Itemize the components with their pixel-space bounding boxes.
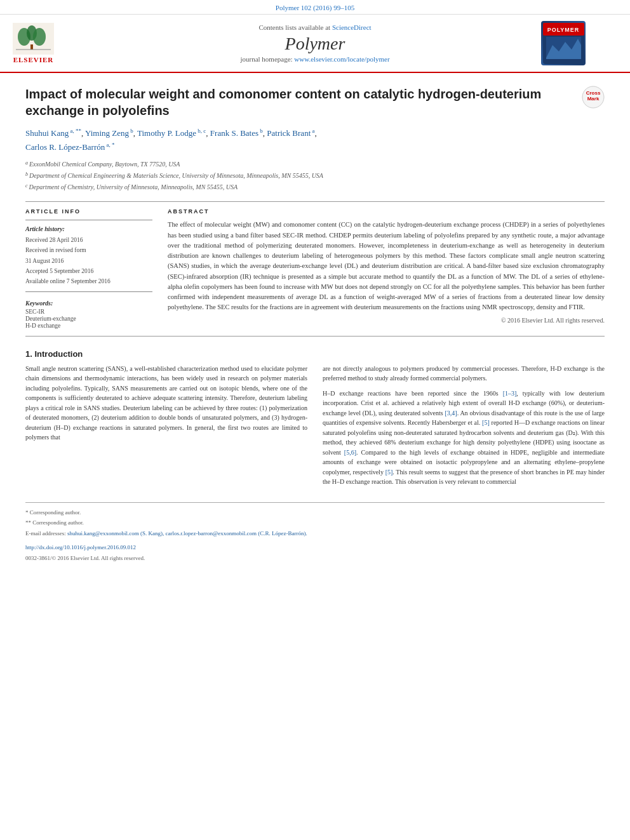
page: Polymer 102 (2016) 99–105 ELSEVIER Conte… xyxy=(0,0,630,840)
authors-section: Shuhui Kang a, **, Yiming Zeng b, Timoth… xyxy=(25,126,605,154)
svg-text:Cross: Cross xyxy=(586,90,601,96)
journal-header-center: Contents lists available at ScienceDirec… xyxy=(89,23,541,63)
affiliation-b: b Department of Chemical Engineering & M… xyxy=(25,171,605,181)
keywords-label: Keywords: xyxy=(25,300,152,307)
author-shuhui-kang: Shuhui Kang xyxy=(25,128,69,138)
abstract-header: ABSTRACT xyxy=(168,208,605,215)
intro-col-2: are not directly analogous to polymers p… xyxy=(323,364,605,492)
divider-1 xyxy=(25,201,605,202)
author-carlos-lopez-barron: Carlos R. López-Barrón xyxy=(25,142,105,152)
ref-5: [5] xyxy=(482,419,490,426)
revised-date: 31 August 2016 xyxy=(25,256,152,266)
polymer-logo-badge: polymer xyxy=(541,21,586,65)
article-dates: Received 28 April 2016 Received in revis… xyxy=(25,235,152,286)
contents-line: Contents lists available at ScienceDirec… xyxy=(102,23,528,31)
intro-text-1: Small angle neutron scattering (SANS), a… xyxy=(25,364,307,443)
svg-text:polymer: polymer xyxy=(547,27,579,33)
introduction-section: 1. Introduction Small angle neutron scat… xyxy=(25,349,605,492)
journal-header-left: ELSEVIER xyxy=(13,23,89,63)
footnote-corresponding-2: ** Corresponding author. xyxy=(25,518,605,527)
footnote-emails: E-mail addresses: shuhui.kang@exxonmobil… xyxy=(25,529,605,538)
received-date: Received 28 April 2016 xyxy=(25,235,152,245)
divider-2 xyxy=(25,336,605,337)
elsevier-logo: ELSEVIER xyxy=(13,23,54,63)
article-history-box: Article history: Received 28 April 2016 … xyxy=(25,220,152,292)
article-info-abstract-row: ARTICLE INFO Article history: Received 2… xyxy=(25,208,605,330)
article-info-header: ARTICLE INFO xyxy=(25,208,152,215)
author-patrick-brant: Patrick Brant xyxy=(267,128,311,138)
doi-link[interactable]: http://dx.doi.org/10.1016/j.polymer.2016… xyxy=(25,543,605,552)
keywords-box: Keywords: SEC-IR Deuterium-exchange H-D … xyxy=(25,300,152,329)
email-addresses[interactable]: shuhui.kang@exxonmobil.com (S. Kang), ca… xyxy=(67,530,307,537)
article-content: Impact of molecular weight and comonomer… xyxy=(0,73,630,840)
affiliation-c: c Department of Chemistry, University of… xyxy=(25,182,605,192)
author-frank-bates: Frank S. Bates xyxy=(210,128,258,138)
available-date: Available online 7 September 2016 xyxy=(25,276,152,286)
article-history-label: Article history: xyxy=(25,225,152,232)
abstract-text: The effect of molecular weight (MW) and … xyxy=(168,220,605,312)
svg-text:Mark: Mark xyxy=(587,96,600,102)
email-label: E-mail addresses: xyxy=(25,530,66,537)
accepted-date: Accepted 5 September 2016 xyxy=(25,266,152,276)
svg-rect-4 xyxy=(30,44,33,50)
intro-text-2: are not directly analogous to polymers p… xyxy=(323,364,605,487)
article-title: Impact of molecular weight and comonomer… xyxy=(25,86,572,119)
article-info-col: ARTICLE INFO Article history: Received 2… xyxy=(25,208,152,330)
crossmark-badge: Cross Mark xyxy=(582,86,605,109)
footnote-area: * Corresponding author. ** Corresponding… xyxy=(25,502,605,563)
author-timothy-lodge: Timothy P. Lodge xyxy=(137,128,196,138)
footnote-corresponding-1: * Corresponding author. xyxy=(25,508,605,517)
homepage-link[interactable]: www.elsevier.com/locate/polymer xyxy=(294,55,389,63)
intro-columns: Small angle neutron scattering (SANS), a… xyxy=(25,364,605,492)
keyword-2: Deuterium-exchange xyxy=(25,316,152,322)
received-revised-label: Received in revised form xyxy=(25,245,152,255)
affiliation-a: a ExxonMobil Chemical Company, Baytown, … xyxy=(25,159,605,170)
abstract-col: ABSTRACT The effect of molecular weight … xyxy=(168,208,605,330)
elsevier-wordmark: ELSEVIER xyxy=(13,56,54,63)
ref-5b: [5] xyxy=(385,469,393,476)
svg-point-3 xyxy=(33,28,46,46)
keyword-1: SEC-IR xyxy=(25,309,152,315)
journal-header-right: polymer xyxy=(541,21,617,65)
issn-line: 0032-3861/© 2016 Elsevier Ltd. All right… xyxy=(25,554,605,563)
ref-3-4: [3,4] xyxy=(445,410,457,417)
elsevier-tree-icon xyxy=(13,23,54,55)
homepage-line: journal homepage: www.elsevier.com/locat… xyxy=(102,55,528,63)
keyword-3: H-D exchange xyxy=(25,323,152,329)
sciencedirect-link[interactable]: ScienceDirect xyxy=(332,23,372,31)
author-yiming-zeng: Yiming Zeng xyxy=(85,128,129,138)
affiliations: a ExxonMobil Chemical Company, Baytown, … xyxy=(25,159,605,192)
article-title-section: Impact of molecular weight and comonomer… xyxy=(25,86,605,119)
journal-header: ELSEVIER Contents lists available at Sci… xyxy=(0,15,630,73)
journal-reference: Polymer 102 (2016) 99–105 xyxy=(276,4,354,11)
ref-1-3: [1–3] xyxy=(503,390,517,397)
intro-heading: 1. Introduction xyxy=(25,349,605,359)
journal-title: Polymer xyxy=(102,34,528,54)
intro-col-1: Small angle neutron scattering (SANS), a… xyxy=(25,364,307,492)
copyright-line: © 2016 Elsevier Ltd. All rights reserved… xyxy=(168,317,605,324)
top-bar: Polymer 102 (2016) 99–105 xyxy=(0,0,630,15)
ref-5-6: [5,6] xyxy=(344,449,356,456)
